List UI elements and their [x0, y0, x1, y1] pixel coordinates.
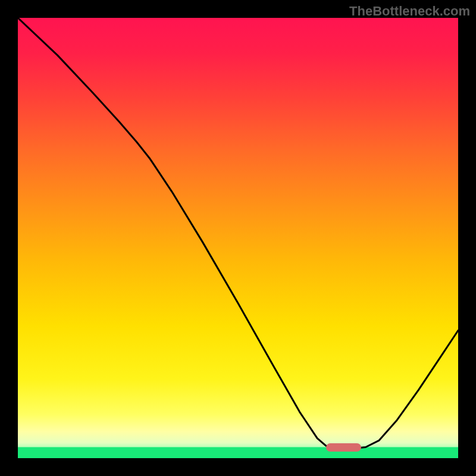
attribution-label: TheBottleneck.com	[349, 4, 470, 19]
chart-root: TheBottleneck.com	[0, 0, 476, 476]
green-band	[18, 447, 458, 459]
heat-gradient	[18, 18, 458, 458]
plot-frame	[18, 18, 458, 458]
optimal-marker	[326, 443, 361, 452]
gradient-rect	[18, 18, 458, 458]
